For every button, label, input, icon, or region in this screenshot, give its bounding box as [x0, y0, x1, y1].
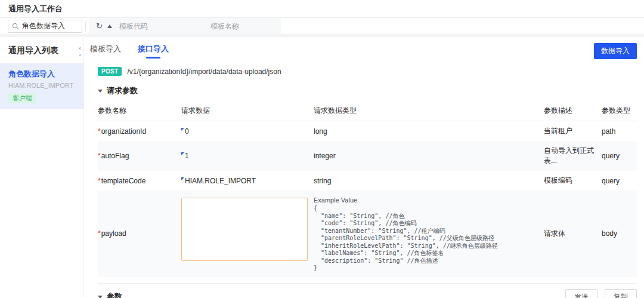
page-title: 通用导入工作台: [8, 4, 63, 14]
section-divider: [98, 283, 637, 284]
editable-flag-icon: [181, 177, 184, 180]
collapse-filter-icon[interactable]: [105, 24, 114, 28]
page-body: 通用导入列表 ‹ › 角色数据导入 HIAM.ROLE_IMPORT 客户端 模…: [0, 37, 644, 298]
template-code-input[interactable]: [119, 22, 206, 30]
table-row: *organizationId 0 long 当前租户 path: [98, 121, 637, 141]
request-params-title: 请求参数: [107, 85, 138, 96]
payload-textarea[interactable]: [181, 198, 308, 261]
param-value-cell[interactable]: 0: [181, 122, 314, 140]
triangle-up-icon: [107, 24, 112, 28]
param-type: path: [602, 122, 637, 140]
search-input[interactable]: [22, 22, 78, 30]
sidebar-collapse-control: ‹ ›: [79, 44, 81, 57]
app-header: 通用导入工作台: [0, 0, 644, 18]
sidebar-header: 通用导入列表 ‹ ›: [0, 37, 83, 63]
list-item-role-import[interactable]: 角色数据导入 HIAM.ROLE_IMPORT 客户端: [0, 63, 83, 109]
col-header-value: 请求数据: [181, 102, 314, 121]
search-icon: [12, 23, 19, 30]
payload-input-cell: [181, 191, 314, 268]
col-header-name: 参数名称: [98, 102, 181, 121]
param-datatype: string: [314, 172, 544, 190]
client-badge: 客户端: [8, 93, 36, 103]
tab-underline: [98, 57, 113, 59]
param-desc: 模板编码: [544, 171, 602, 191]
chevron-left-icon[interactable]: ‹: [79, 44, 81, 51]
param-datatype: long: [314, 122, 544, 140]
params-title: 参数: [107, 291, 122, 298]
table-header-row: 参数名称 请求数据 请求数据类型 参数描述 参数类型: [98, 102, 637, 121]
table-row: *templateCode HIAM.ROLE_IMPORT string 模板…: [98, 171, 637, 191]
tabs-row: 模板导入 接口导入 数据导入: [90, 37, 637, 59]
list-search-box[interactable]: [8, 20, 82, 33]
api-import-panel: POST /v1/{organizationId}/import/data/da…: [90, 67, 637, 298]
tab-active-underline: [146, 57, 160, 59]
copy-button[interactable]: 复制: [605, 289, 637, 298]
data-import-button[interactable]: 数据导入: [594, 43, 637, 59]
params-section-header: 参数 发送 复制: [98, 289, 637, 298]
list-item-name: 角色数据导入: [8, 69, 76, 79]
send-button[interactable]: 发送: [565, 289, 597, 298]
required-marker: *: [98, 152, 101, 160]
param-name: *autoFlag: [98, 147, 181, 165]
param-value-cell[interactable]: 1: [181, 147, 314, 165]
request-params-section-header[interactable]: 请求参数: [98, 85, 637, 96]
param-name: *templateCode: [98, 172, 181, 190]
param-name: *payload: [98, 225, 181, 242]
tab-template-import[interactable]: 模板导入: [90, 44, 121, 59]
param-type: body: [602, 225, 637, 242]
required-marker: *: [98, 229, 101, 238]
toolbar: ↻: [0, 18, 644, 34]
param-type: query: [602, 172, 637, 190]
filter-bar: ↻: [89, 18, 281, 34]
required-marker: *: [98, 127, 101, 136]
table-row-payload: *payload Example Value { "name": "String…: [98, 191, 637, 277]
main-content: 模板导入 接口导入 数据导入 POST /v1/{organizationId}…: [84, 37, 644, 298]
required-marker: *: [98, 177, 101, 185]
editable-flag-icon: [181, 152, 184, 155]
param-value-cell[interactable]: HIAM.ROLE_IMPORT: [181, 172, 314, 190]
list-item-code: HIAM.ROLE_IMPORT: [8, 82, 76, 89]
import-list-panel: 通用导入列表 ‹ › 角色数据导入 HIAM.ROLE_IMPORT 客户端: [0, 37, 84, 298]
param-desc: 自动导入到正式表...: [544, 141, 602, 171]
param-datatype: integer: [314, 147, 544, 165]
chevron-right-icon[interactable]: ›: [79, 51, 81, 57]
refresh-icon[interactable]: ↻: [94, 21, 105, 30]
editable-flag-icon: [181, 128, 184, 131]
param-name: *organizationId: [98, 122, 181, 140]
col-header-paramtype: 参数类型: [602, 102, 637, 121]
param-desc: 请求体: [544, 224, 602, 244]
table-row: *autoFlag 1 integer 自动导入到正式表... query: [98, 141, 637, 171]
col-header-type: 请求数据类型: [314, 102, 544, 121]
param-desc: 当前租户: [544, 121, 602, 141]
example-value-cell: Example Value { "name": "String", //角色 "…: [314, 191, 544, 277]
example-value-label: Example Value: [314, 196, 541, 204]
toolbar-divider: [85, 21, 86, 31]
endpoint-row: POST /v1/{organizationId}/import/data/da…: [98, 67, 637, 76]
caret-down-icon: [98, 296, 103, 298]
param-table: 参数名称 请求数据 请求数据类型 参数描述 参数类型 *organization…: [98, 102, 637, 277]
tab-api-import[interactable]: 接口导入: [138, 44, 169, 59]
param-type: query: [602, 147, 637, 165]
caret-down-icon: [98, 90, 103, 93]
http-method-badge: POST: [98, 67, 122, 76]
example-json-block: { "name": "String", //角色 "code": "String…: [314, 205, 541, 272]
sidebar-title: 通用导入列表: [8, 45, 79, 56]
template-name-input[interactable]: [210, 22, 297, 30]
endpoint-path: /v1/{organizationId}/import/data/data-up…: [127, 67, 281, 76]
col-header-desc: 参数描述: [544, 102, 602, 121]
